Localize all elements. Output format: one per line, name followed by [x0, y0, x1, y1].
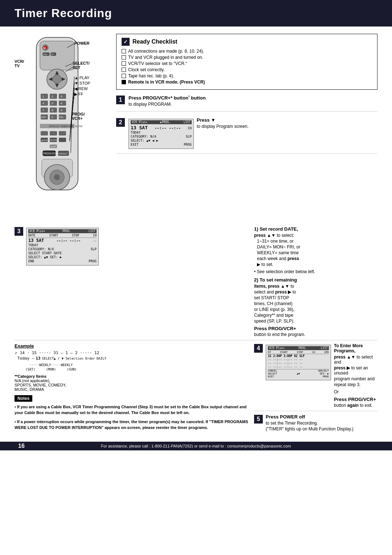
step-2-screen: VCR Plus+ ▶PROG. LIST 13 SAT --:-- --:--… [128, 117, 194, 150]
step-2-number: 2 [116, 118, 125, 127]
label-ff: ▶:FF [74, 92, 83, 97]
checklist-text-6: Remote is in VCR mode. (Press VCR) [128, 80, 205, 85]
checklist-text-1: All connections are made (p. 8, 10, 24). [128, 49, 204, 54]
label-vcr-tv: VCR/ TV [15, 59, 24, 68]
example-title: Example [15, 343, 250, 349]
category-items: **Category Items N/A (not applicable), S… [15, 374, 250, 392]
svg-rect-29 [50, 108, 57, 113]
example-diagram: ↗ 14 · 15 ····· 31 — 1 — 2 ····· 12 Toda… [15, 350, 250, 372]
svg-text:8: 8 [52, 109, 53, 112]
step-2-screen-header: VCR Plus+ ▶PROG. LIST [131, 120, 192, 124]
svg-rect-17 [50, 94, 57, 99]
footer-text: For assistance, please call : 1-800-211-… [101, 444, 291, 448]
svg-text:CH-: CH- [59, 116, 64, 118]
svg-text:⏻: ⏻ [44, 46, 46, 49]
step-5-title: Press POWER off [266, 414, 354, 420]
step-4-screen: VCR Plus+ PROG. LIST DTSTARTSTOPCHSPD 15… [266, 343, 331, 408]
step-2: 2 VCR Plus+ ▶PROG. LIST [116, 117, 377, 154]
example-area: Example ↗ 14 · 15 ····· 31 — 1 — 2 ·····… [15, 343, 250, 392]
checklist-item-5: Tape has rec. tab (p. 4). [122, 73, 372, 78]
checklist-item-4: Clock set correctly. [122, 67, 372, 72]
svg-text:9: 9 [61, 109, 62, 112]
step-2-screen-box: VCR Plus+ ▶PROG. LIST 13 SAT --:-- --:--… [128, 119, 194, 149]
svg-rect-42 [50, 131, 57, 135]
step-1-content: Press PROG/VCR+* button* button to displ… [128, 95, 377, 108]
checklist-icon: ✓ [122, 38, 130, 46]
svg-rect-35 [50, 114, 57, 119]
notes-box: Notes If you are using a Cable Box, VCR … [15, 395, 250, 431]
svg-text:5: 5 [52, 102, 53, 105]
checkbox-6 [122, 80, 126, 84]
step-1-number: 1 [116, 96, 125, 104]
checklist-heading: Ready Checklist [132, 39, 177, 45]
left-lower: Example ↗ 14 · 15 ····· 31 — 1 — 2 ·····… [15, 343, 250, 434]
svg-rect-41 [41, 131, 48, 135]
svg-rect-21 [41, 101, 48, 106]
label-power: POWER [74, 41, 90, 45]
svg-text:TV: TV [51, 53, 54, 56]
step-2-desc: Press ▼ to display Program screen. [197, 117, 377, 150]
checklist-text-3: VCR/TV selector set to "VCR." [128, 61, 187, 66]
svg-text:▲PLAY: ▲PLAY [41, 139, 49, 141]
page-title: Timer Recording [15, 7, 377, 20]
checkbox-3 [122, 61, 126, 66]
step-4-number: 4 [254, 344, 263, 353]
step-5-desc2: ("TIMER" lights up on Multi Function Dis… [266, 426, 354, 432]
svg-text:ADD/DLT: ADD/DLT [58, 153, 68, 155]
step-3-main: 3 VCR Plus+ PROG. LIST DATESTARTSTOPCH [15, 226, 250, 337]
label-play: ▲:PLAY [74, 76, 89, 80]
svg-text:▼STOP: ▼STOP [50, 139, 58, 141]
svg-text:SLSP: SLSP [50, 146, 56, 148]
step-1-title: Press PROG/VCR+* button* button [128, 95, 377, 101]
svg-text:3: 3 [61, 95, 62, 98]
step-5-desc: to set the Timer Recording. [266, 421, 354, 426]
svg-rect-48 [59, 138, 66, 142]
right-content: ✓ Ready Checklist All connections are ma… [116, 34, 377, 223]
step-3-title2: 2) To set remaining [254, 277, 377, 283]
note-item-2: If a power interruption occurs while pro… [15, 419, 250, 431]
svg-text:6: 6 [61, 102, 62, 105]
page-footer: 16 For assistance, please call : 1-800-2… [0, 442, 392, 450]
checklist-text-2: TV and VCR plugged in and turned on. [128, 55, 203, 60]
checkbox-4 [122, 68, 126, 72]
step-2-screen-body: 13 SAT --:-- --:-- CH TODAY CATEGORY: N/… [131, 124, 192, 147]
label-stop: ▼:STOP [74, 81, 90, 85]
step-3-section: 3 VCR Plus+ PROG. LIST DATESTARTSTOPCH [15, 226, 377, 340]
label-prog-vcr: PROG/ VCR+ [72, 112, 85, 121]
svg-text:CH+: CH+ [41, 116, 46, 118]
svg-rect-43 [59, 131, 66, 135]
checkbox-1 [122, 49, 126, 53]
step-3-right-desc: 1) Set record DATE, press ▲▼ to select: … [254, 226, 377, 337]
step-4-desc: To Enter More Programs, press ▲▼ to sele… [334, 343, 377, 408]
svg-text:7: 7 [42, 109, 44, 112]
step-3-screen-body: DATESTARTSTOPCH 13 SAT --:-- --:-- -- TO… [28, 233, 97, 264]
step-3-title: 1) Set record DATE, [254, 226, 377, 232]
step-3-screen: VCR Plus+ PROG. LIST DATESTARTSTOPCH 13 … [26, 228, 99, 266]
remote-illustration: ⏻ VCR TV 1 [15, 34, 109, 223]
svg-rect-23 [50, 101, 57, 106]
right-lower: 4 VCR Plus+ PROG. LIST [254, 343, 377, 434]
svg-rect-31 [59, 108, 66, 113]
remote-svg: ⏻ VCR TV 1 [29, 34, 85, 212]
svg-text:4: 4 [42, 102, 44, 105]
label-rew: ◀:REW [74, 86, 88, 91]
svg-text:VCR: VCR [43, 53, 47, 56]
step-3-screen-header: VCR Plus+ PROG. LIST [28, 229, 97, 233]
step-1-desc: to display PROGRAM. [128, 102, 377, 107]
checklist-text-5: Tape has rec. tab (p. 4). [128, 73, 174, 78]
step-5: 5 Press POWER off to set the Timer Recor… [254, 414, 377, 432]
step-5-number: 5 [254, 415, 263, 424]
checklist-text-4: Clock set correctly. [128, 67, 164, 72]
svg-rect-15 [41, 94, 48, 99]
step-3-prog-desc: button to end the program. [254, 332, 377, 337]
note-item-1: If you are using a Cable Box, VCR Timer … [15, 404, 250, 416]
svg-text:PROG/VCR+: PROG/VCR+ [43, 152, 58, 155]
step-3-content: VCR Plus+ PROG. LIST DATESTARTSTOPCH 13 … [26, 226, 99, 337]
svg-rect-25 [59, 101, 66, 106]
step-4-content: VCR Plus+ PROG. LIST DTSTARTSTOPCHSPD 15… [266, 343, 377, 408]
svg-rect-19 [59, 94, 66, 99]
step-5-content: Press POWER off to set the Timer Recordi… [266, 414, 354, 432]
page-header: Timer Recording [0, 0, 392, 27]
step-2-subdesc: to display Program screen. [197, 124, 377, 129]
notes-header: Notes [15, 395, 32, 402]
